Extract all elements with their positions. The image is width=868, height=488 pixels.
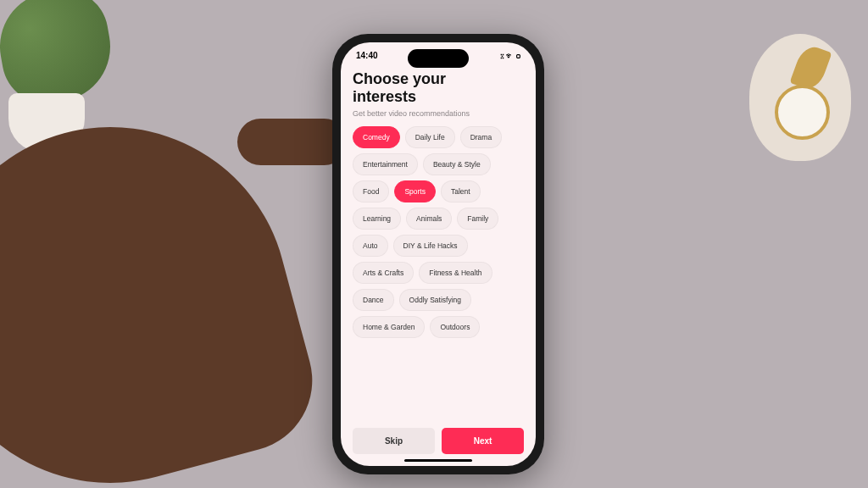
home-indicator[interactable] <box>404 459 472 462</box>
interest-chip[interactable]: Family <box>457 208 498 230</box>
interest-chip[interactable]: Beauty & Style <box>423 153 491 175</box>
interest-chip[interactable]: Animals <box>406 208 452 230</box>
finger <box>237 119 348 165</box>
interest-chip[interactable]: Outdoors <box>430 316 480 338</box>
interest-chip[interactable]: Food <box>353 180 389 202</box>
interest-chips-container: ComedyDaily LifeDramaEntertainmentBeauty… <box>341 126 536 419</box>
interest-chip[interactable]: Auto <box>353 235 388 257</box>
interest-chip[interactable]: Oddly Satisfying <box>399 289 471 311</box>
next-button[interactable]: Next <box>442 428 524 454</box>
interest-chip[interactable]: Entertainment <box>353 153 418 175</box>
interest-chip[interactable]: Arts & Crafts <box>353 262 414 284</box>
header: Choose your interests Get better video r… <box>341 64 536 126</box>
clock-decoration <box>749 34 851 161</box>
interest-chip[interactable]: Learning <box>353 208 401 230</box>
interest-chip[interactable]: Sports <box>394 180 436 202</box>
page-title: Choose your interests <box>353 70 524 105</box>
interest-chip[interactable]: Home & Garden <box>353 316 425 338</box>
interest-chip[interactable]: Fitness & Health <box>419 262 492 284</box>
interest-chip[interactable]: Dance <box>353 289 394 311</box>
interest-chip[interactable]: Comedy <box>353 126 400 148</box>
dynamic-island <box>408 49 469 68</box>
interest-chip[interactable]: DIY & Life Hacks <box>393 235 468 257</box>
status-icons: ⁙ ᯤ ▢ <box>500 52 520 60</box>
interest-chip[interactable]: Drama <box>460 126 503 148</box>
status-time: 14:40 <box>356 51 378 60</box>
interest-chip[interactable]: Talent <box>441 180 481 202</box>
skip-button[interactable]: Skip <box>353 428 435 454</box>
interest-chip[interactable]: Daily Life <box>405 126 455 148</box>
page-subtitle: Get better video recommendations <box>353 109 524 118</box>
phone-frame: 14:40 ⁙ ᯤ ▢ Choose your interests Get be… <box>332 34 544 474</box>
phone-screen: 14:40 ⁙ ᯤ ▢ Choose your interests Get be… <box>341 42 536 466</box>
